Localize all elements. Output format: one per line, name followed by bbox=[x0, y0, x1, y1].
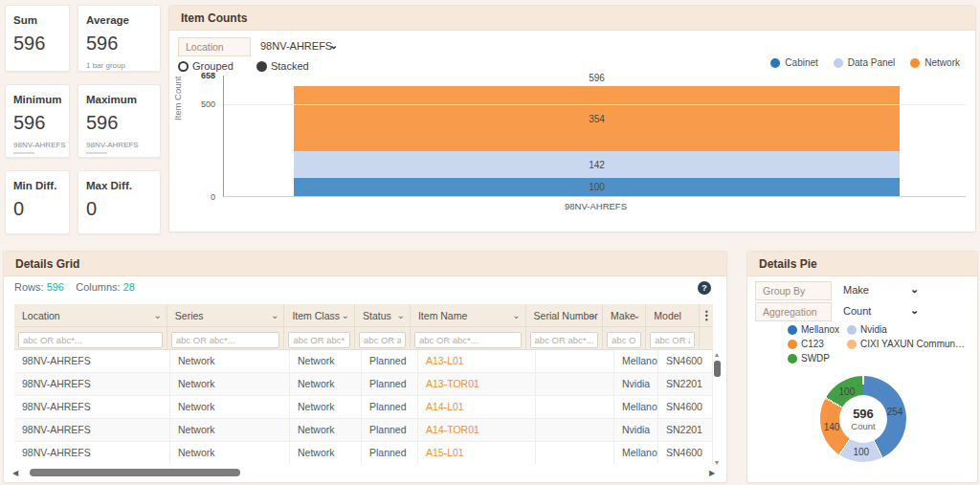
chevron-down-icon[interactable]: ⌄ bbox=[590, 304, 597, 327]
legend-dot-icon bbox=[788, 340, 797, 349]
cell-location: 98NV-AHREFS bbox=[14, 396, 170, 418]
pie-slice-label: 100 bbox=[839, 386, 856, 396]
radio-circle-filled-icon[interactable] bbox=[256, 61, 267, 72]
column-header-status[interactable]: Status⌄ bbox=[355, 304, 411, 327]
chevron-down-icon[interactable]: ⌄ bbox=[329, 39, 338, 52]
bar-segment-label: 354 bbox=[294, 114, 900, 124]
cell-series: Network bbox=[170, 350, 290, 372]
cell-model: SN4600 bbox=[658, 442, 713, 464]
vertical-scrollbar-thumb[interactable] bbox=[714, 361, 721, 377]
stat-value: 0 bbox=[13, 198, 61, 220]
location-value[interactable]: 98NV-AHREFS bbox=[260, 40, 332, 52]
filter-input-status[interactable] bbox=[359, 332, 406, 348]
column-header-series[interactable]: Series⌄ bbox=[167, 304, 285, 327]
table-row[interactable]: 98NV-AHREFS Network Network Planned A14-… bbox=[14, 419, 713, 442]
location-label: Location bbox=[178, 37, 251, 56]
cell-item-name-link[interactable]: A14-TOR01 bbox=[418, 419, 536, 441]
donut-center-label: Count bbox=[851, 421, 875, 431]
table-row[interactable]: 98NV-AHREFS Network Network Planned A14-… bbox=[14, 396, 713, 419]
chevron-down-icon[interactable]: ⌄ bbox=[271, 304, 278, 327]
cell-item-class: Network bbox=[290, 396, 362, 418]
filter-input-item-class[interactable] bbox=[288, 332, 350, 348]
table-row[interactable]: 98NV-AHREFS Network Network Planned A13-… bbox=[14, 350, 713, 373]
scroll-down-icon[interactable]: ▼ bbox=[712, 459, 722, 466]
chevron-down-icon[interactable]: ⌄ bbox=[512, 304, 520, 327]
stat-title: Sum bbox=[13, 14, 61, 26]
legend-label: Nvidia bbox=[860, 324, 887, 335]
stat-title: Max Diff. bbox=[86, 180, 152, 191]
legend-dot-icon bbox=[910, 58, 920, 68]
legend-item-network[interactable]: Network bbox=[910, 57, 960, 68]
legend-label: Data Panel bbox=[848, 57, 895, 68]
table-row[interactable]: 98NV-AHREFS Network Network Planned A15-… bbox=[14, 442, 713, 464]
donut-chart: 596 Count 254100140100 bbox=[820, 376, 906, 462]
cell-item-name-link[interactable]: A13-L01 bbox=[418, 350, 536, 372]
aggregation-dropdown[interactable]: Aggregation Count ⌄ bbox=[755, 302, 832, 321]
chevron-down-icon[interactable]: ⌄ bbox=[397, 304, 405, 327]
legend-dot-icon bbox=[770, 58, 780, 68]
cell-model: SN2201 bbox=[658, 373, 713, 395]
legend-item-cixi-yaxun[interactable]: CIXI YAXUN Communica... bbox=[847, 339, 966, 349]
cell-series: Network bbox=[170, 373, 290, 395]
stat-card-max-diff: Max Diff. 0 bbox=[78, 170, 161, 234]
donut-center-value: 596 bbox=[853, 407, 874, 421]
cell-make: Nvidia bbox=[614, 373, 658, 395]
radio-stacked[interactable]: Stacked bbox=[256, 60, 309, 72]
scroll-up-icon[interactable]: ▲ bbox=[712, 351, 722, 358]
vertical-scrollbar[interactable]: ▲ ▼ bbox=[712, 351, 722, 466]
legend-item-swdp[interactable]: SWDP bbox=[788, 353, 847, 364]
radio-circle-icon[interactable] bbox=[178, 61, 189, 72]
column-header-model[interactable]: Model bbox=[646, 304, 700, 327]
panel-title: Item Counts bbox=[169, 6, 975, 31]
scroll-left-icon[interactable]: ◀ bbox=[12, 469, 22, 477]
column-header-make[interactable]: Make⌄ bbox=[603, 304, 646, 327]
legend-dot-icon bbox=[788, 354, 797, 364]
group-by-dropdown[interactable]: Group By Make ⌄ bbox=[755, 281, 832, 300]
horizontal-scrollbar[interactable]: ◀ ▶ bbox=[12, 467, 719, 478]
cell-status: Planned bbox=[362, 396, 418, 418]
chevron-down-icon[interactable]: ⌄ bbox=[910, 304, 919, 317]
pie-slice-label: 100 bbox=[854, 446, 870, 456]
horizontal-scrollbar-track[interactable] bbox=[22, 469, 709, 476]
filter-input-model[interactable] bbox=[650, 332, 695, 348]
truncated-text bbox=[13, 152, 34, 154]
donut-center: 596 Count bbox=[839, 395, 887, 443]
cell-item-name-link[interactable]: A13-TOR01 bbox=[418, 373, 536, 395]
stacked-bar: 100 142 354 596 bbox=[294, 76, 900, 196]
scroll-right-icon[interactable]: ▶ bbox=[709, 469, 719, 477]
filter-input-make[interactable] bbox=[607, 332, 641, 348]
horizontal-scrollbar-thumb[interactable] bbox=[30, 469, 240, 476]
grid-menu[interactable]: ⋮ bbox=[700, 304, 713, 327]
column-header-serial-number[interactable]: Serial Number⌄ bbox=[526, 304, 603, 327]
item-counts-panel: Item Counts Location 98NV-AHREFS ⌄ Group… bbox=[168, 5, 976, 232]
legend-dot-icon bbox=[847, 340, 857, 349]
filter-input-location[interactable] bbox=[18, 332, 163, 348]
table-row[interactable]: 98NV-AHREFS Network Network Planned A13-… bbox=[14, 373, 713, 396]
column-header-item-class[interactable]: Item Class⌄ bbox=[284, 304, 355, 327]
kebab-menu-icon[interactable]: ⋮ bbox=[701, 308, 713, 322]
chevron-down-icon[interactable]: ⌄ bbox=[153, 304, 161, 327]
chevron-down-icon[interactable]: ⌄ bbox=[910, 283, 919, 296]
legend-item-data-panel[interactable]: Data Panel bbox=[834, 57, 895, 68]
help-icon[interactable]: ? bbox=[698, 281, 711, 295]
cell-item-name-link[interactable]: A14-L01 bbox=[418, 396, 536, 418]
filter-input-serial-number[interactable] bbox=[530, 332, 598, 348]
group-by-value[interactable]: Make bbox=[843, 284, 869, 296]
cell-item-name-link[interactable]: A15-L01 bbox=[418, 442, 536, 464]
legend-dot-icon bbox=[788, 325, 797, 335]
chevron-down-icon[interactable]: ⌄ bbox=[342, 304, 349, 327]
filter-input-series[interactable] bbox=[171, 332, 280, 348]
legend-item-nvidia[interactable]: Nvidia bbox=[847, 324, 966, 335]
column-header-item-name[interactable]: Item Name⌄ bbox=[411, 304, 526, 327]
location-dropdown[interactable]: Location 98NV-AHREFS ⌄ bbox=[178, 37, 251, 56]
legend-label: Mellanox bbox=[801, 324, 839, 335]
filter-input-item-name[interactable] bbox=[414, 332, 522, 348]
legend-item-cabinet[interactable]: Cabinet bbox=[770, 57, 817, 68]
legend-item-c123[interactable]: C123 bbox=[788, 339, 847, 349]
pie-slice-label: 140 bbox=[824, 422, 840, 432]
details-grid-panel: Details Grid Rows: 596 Columns: 28 ? Loc… bbox=[3, 251, 727, 483]
legend-item-mellanox[interactable]: Mellanox bbox=[788, 324, 847, 335]
column-header-location[interactable]: Location⌄ bbox=[14, 304, 167, 327]
aggregation-value[interactable]: Count bbox=[843, 305, 871, 317]
chevron-down-icon[interactable]: ⌄ bbox=[633, 304, 640, 327]
